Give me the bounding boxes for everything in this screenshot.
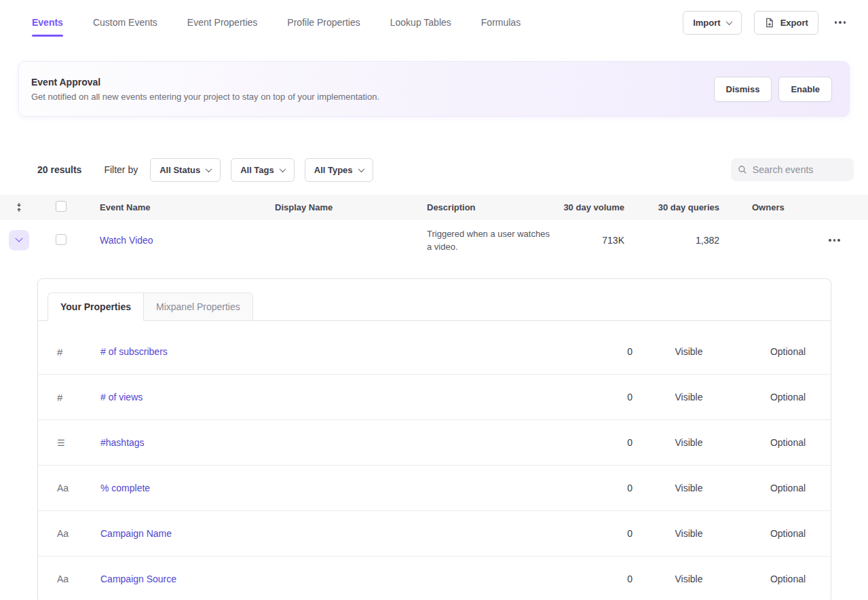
header-display-name: Display Name xyxy=(257,202,409,212)
tags-filter-label: All Tags xyxy=(240,165,274,175)
text-type-icon: Aa xyxy=(38,528,100,539)
nav-actions: Import Export xyxy=(683,11,850,35)
event-row-watch-video: Watch Video Triggered when a user watche… xyxy=(0,220,868,261)
search-icon xyxy=(738,164,747,175)
ellipsis-icon xyxy=(835,21,846,23)
chevron-down-icon xyxy=(206,166,212,172)
property-visibility[interactable]: Visible xyxy=(633,574,745,584)
property-visibility[interactable]: Visible xyxy=(633,483,745,493)
properties-panel: Your Properties Mixpanel Properties # # … xyxy=(37,278,831,600)
property-row: Aa % complete 0 Visible Optional xyxy=(38,466,831,511)
collapse-all-button[interactable] xyxy=(0,202,37,212)
row-more-button[interactable] xyxy=(825,235,844,245)
text-type-icon: Aa xyxy=(38,483,100,493)
import-label: Import xyxy=(693,18,720,28)
tab-event-properties[interactable]: Event Properties xyxy=(187,17,258,28)
property-name-link[interactable]: # of views xyxy=(100,392,143,402)
tab-your-properties[interactable]: Your Properties xyxy=(48,293,144,321)
nav-tabs: Events Custom Events Event Properties Pr… xyxy=(32,17,521,28)
property-volume: 0 xyxy=(565,528,633,539)
property-visibility[interactable]: Visible xyxy=(633,437,745,448)
filter-bar: 20 results Filter by All Status All Tags… xyxy=(0,157,868,182)
status-filter-label: All Status xyxy=(159,165,200,175)
queries-cell: 1,382 xyxy=(624,235,719,246)
text-type-icon: Aa xyxy=(38,574,100,584)
export-label: Export xyxy=(780,18,808,28)
property-row: Aa Campaign Name 0 Visible Optional xyxy=(38,511,831,557)
search-box[interactable] xyxy=(731,158,854,181)
property-volume: 0 xyxy=(565,437,633,448)
types-filter-dropdown[interactable]: All Types xyxy=(305,158,373,182)
chevron-down-icon xyxy=(15,235,22,242)
row-checkbox[interactable] xyxy=(56,234,67,245)
number-type-icon: # xyxy=(38,346,100,358)
chevron-down-icon xyxy=(725,18,732,25)
property-name-link[interactable]: Campaign Name xyxy=(100,528,172,539)
tab-formulas[interactable]: Formulas xyxy=(481,17,521,28)
ellipsis-icon xyxy=(829,239,839,241)
property-name-link[interactable]: Campaign Source xyxy=(100,574,176,584)
description-cell: Triggered when a user watches a video. xyxy=(409,221,556,260)
header-30-day-queries: 30 day queries xyxy=(624,202,719,212)
volume-cell: 713K xyxy=(556,235,624,246)
dismiss-button[interactable]: Dismiss xyxy=(714,77,772,102)
events-table-header: Event Name Display Name Description 30 d… xyxy=(0,195,868,220)
nav-more-button[interactable] xyxy=(831,17,850,27)
import-button[interactable]: Import xyxy=(683,11,741,35)
tags-filter-dropdown[interactable]: All Tags xyxy=(231,158,295,182)
property-row: # # of subscribers 0 Visible Optional xyxy=(38,329,831,375)
property-visibility[interactable]: Visible xyxy=(633,346,745,357)
property-row: ☰ #hashtags 0 Visible Optional xyxy=(38,420,831,466)
tab-profile-properties[interactable]: Profile Properties xyxy=(287,17,360,28)
banner-description: Get notified on all new events entering … xyxy=(31,92,379,102)
property-row: # # of views 0 Visible Optional xyxy=(38,375,831,420)
header-event-name: Event Name xyxy=(81,202,257,212)
filter-by-label: Filter by xyxy=(104,164,138,175)
collapse-row-button[interactable] xyxy=(9,230,29,250)
banner-title: Event Approval xyxy=(31,77,379,88)
tab-lookup-tables[interactable]: Lookup Tables xyxy=(390,17,451,28)
tab-mixpanel-properties[interactable]: Mixpanel Properties xyxy=(144,293,253,321)
property-name-link[interactable]: % complete xyxy=(100,483,150,493)
header-30-day-volume: 30 day volume xyxy=(556,202,624,212)
select-all-checkbox[interactable] xyxy=(56,201,67,212)
event-approval-banner: Event Approval Get notified on all new e… xyxy=(18,61,850,117)
property-visibility[interactable]: Visible xyxy=(633,528,745,539)
property-row: Aa Campaign Source 0 Visible Optional xyxy=(38,557,831,600)
properties-list: # # of subscribers 0 Visible Optional # … xyxy=(38,321,831,600)
export-button[interactable]: Export xyxy=(754,11,818,35)
banner-actions: Dismiss Enable xyxy=(714,77,833,102)
chevron-down-icon xyxy=(358,166,364,172)
property-status[interactable]: Optional xyxy=(745,437,831,448)
tab-custom-events[interactable]: Custom Events xyxy=(93,17,157,28)
property-status[interactable]: Optional xyxy=(745,392,831,402)
header-owners: Owners xyxy=(719,202,801,212)
search-input[interactable] xyxy=(753,164,847,175)
properties-tabset: Your Properties Mixpanel Properties xyxy=(38,279,831,321)
tab-events[interactable]: Events xyxy=(32,17,63,28)
chevron-down-icon xyxy=(279,166,286,172)
list-type-icon: ☰ xyxy=(38,438,100,448)
property-visibility[interactable]: Visible xyxy=(633,392,745,402)
property-volume: 0 xyxy=(565,346,633,357)
number-type-icon: # xyxy=(38,392,100,403)
property-volume: 0 xyxy=(565,574,633,584)
header-description: Description xyxy=(409,202,556,212)
top-nav: Events Custom Events Event Properties Pr… xyxy=(0,0,868,45)
property-status[interactable]: Optional xyxy=(745,574,831,584)
property-name-link[interactable]: # of subscribers xyxy=(100,346,168,357)
property-status[interactable]: Optional xyxy=(745,346,831,357)
property-status[interactable]: Optional xyxy=(745,483,831,493)
enable-button[interactable]: Enable xyxy=(778,77,832,102)
types-filter-label: All Types xyxy=(314,165,353,175)
property-volume: 0 xyxy=(565,483,633,493)
export-icon xyxy=(764,18,774,28)
event-name-link[interactable]: Watch Video xyxy=(100,235,153,246)
collapse-all-icon xyxy=(14,202,24,212)
property-name-link[interactable]: #hashtags xyxy=(100,437,145,448)
property-volume: 0 xyxy=(565,392,633,402)
property-status[interactable]: Optional xyxy=(745,528,831,539)
results-count: 20 results xyxy=(37,164,81,175)
status-filter-dropdown[interactable]: All Status xyxy=(150,158,221,182)
banner-text: Event Approval Get notified on all new e… xyxy=(31,77,379,102)
